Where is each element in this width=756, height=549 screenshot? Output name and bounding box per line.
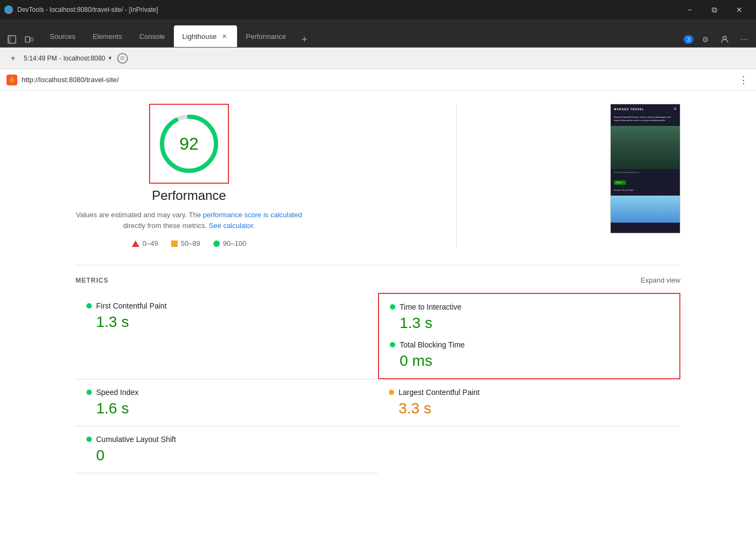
score-title: Performance [152,188,226,203]
main-content: 92 Performance Values are estimated and … [0,91,756,549]
metric-tti-value: 1.3 s [400,314,669,332]
metric-lcp-header: Largest Contentful Paint [389,388,670,397]
legend-good: 90–100 [213,239,246,247]
screenshot-wrapper: MARGES TRAVEL ≡ Discover beautiful Corsi… [610,104,680,233]
metric-tti-header: Time to Interactive [390,303,669,311]
security-icon: 🔒 [6,75,17,85]
metric-tti-dot [390,304,395,310]
timestamp-display: 5:14:49 PM - localhost:8080 ▼ [24,55,113,62]
tab-elements[interactable]: Elements [84,25,131,47]
screenshot-hero-image [611,126,680,169]
screenshot-more-text: Savagna's hills and villages [611,187,680,193]
devtools-inspect-icon[interactable] [4,32,19,47]
metric-fcp-header: First Contentful Paint [86,302,367,310]
metrics-section: METRICS Expand view First Contentful Pai… [76,276,680,473]
tab-performance[interactable]: Performance [237,25,294,47]
svg-rect-3 [31,38,33,41]
window-title: DevTools - localhost:8080/travel-site/ -… [17,6,158,14]
metric-lcp: Largest Contentful Paint 3.3 s [378,379,680,426]
minimize-button[interactable]: − [677,0,702,19]
settings-icon[interactable]: ⚙ [698,32,713,47]
new-tab-button[interactable]: + [6,52,19,65]
title-bar-left: DevTools - localhost:8080/travel-site/ -… [4,5,158,14]
legend-medium: 50–89 [171,239,200,247]
metric-lcp-dot [389,390,394,395]
metric-cls-value: 0 [96,447,367,464]
score-display: 92 Performance Values are estimated and … [76,104,302,247]
metric-fcp-dot [86,303,92,309]
more-options-icon[interactable]: ⋯ [737,32,752,47]
metric-si: Speed Index 1.6 s [76,379,378,426]
metric-tti-name: Time to Interactive [400,303,462,311]
svg-rect-2 [25,37,30,42]
performance-score-link[interactable]: performance score is calculated [203,211,302,219]
metric-cls-dot [86,437,92,442]
score-left: 92 Performance Values are estimated and … [76,104,302,247]
screenshot-bottom-image [611,196,680,223]
close-button[interactable]: ✕ [727,0,752,19]
metric-cls: Cumulative Layout Shift 0 [76,426,378,473]
metric-si-header: Speed Index [86,388,367,397]
metric-lcp-value: 3.3 s [399,400,670,417]
metric-fcp-value: 1.3 s [96,313,367,331]
score-gauge-wrapper: 92 [149,104,229,184]
metric-cls-name: Cumulative Layout Shift [96,435,176,444]
site-screenshot: MARGES TRAVEL ≡ Discover beautiful Corsi… [610,104,680,233]
devtools-device-icon[interactable] [22,32,37,47]
legend-bad: 0–49 [132,239,158,247]
metric-tbt-header: Total Blocking Time [390,340,669,349]
score-description: Values are estimated and may vary. The p… [76,210,302,231]
metrics-header: METRICS Expand view [76,276,680,284]
content-inner: 92 Performance Values are estimated and … [54,91,702,486]
metric-si-name: Speed Index [96,388,139,397]
screenshot-cta-button: Explore → [614,180,626,185]
user-profile-icon[interactable] [717,32,732,47]
block-network-button[interactable]: ⊘ [117,53,128,64]
score-number: 92 [179,134,199,154]
good-icon [213,240,220,247]
address-dropdown-icon[interactable]: ▼ [107,55,113,61]
metric-si-value: 1.6 s [96,400,367,417]
metric-fcp: First Contentful Paint 1.3 s [76,293,378,379]
title-bar-controls: − ⧉ ✕ [677,0,752,19]
metric-tbt-dot [390,342,395,347]
metric-tti: Time to Interactive 1.3 s Total Blocking… [378,293,680,379]
metric-si-dot [86,390,92,395]
expand-view-button[interactable]: Expand view [640,276,680,284]
tab-sources[interactable]: Sources [41,25,84,47]
tab-console[interactable]: Console [131,25,174,47]
metric-cls-header: Cumulative Layout Shift [86,435,367,444]
tab-add-button[interactable]: + [297,32,312,47]
metrics-grid: First Contentful Paint 1.3 s Time to Int… [76,293,680,473]
title-bar: DevTools - localhost:8080/travel-site/ -… [0,0,756,19]
screenshot-text-block: Discover beautiful Corsica, where stunni… [611,113,680,126]
score-legend: 0–49 50–89 90–100 [132,239,246,247]
screenshot-subtitle-text: Our best destination guides for you [614,171,677,173]
tab-bar-right: 3 ⚙ ⋯ [684,32,752,47]
score-gauge: 92 [157,111,221,176]
tab-bar: Sources Elements Console Lighthouse ✕ Pe… [0,19,756,48]
see-calculator-link[interactable]: See calculator. [209,222,255,230]
screenshot-title-text: Discover beautiful Corsica, where stunni… [614,116,677,122]
screenshot-hero [611,126,680,169]
url-display: http://localhost:8080/travel-site/ [22,76,734,84]
score-section: 92 Performance Values are estimated and … [76,104,680,247]
screenshot-brand: MARGES TRAVEL [614,108,644,111]
metric-tbt-value: 0 ms [400,352,669,370]
screenshot-hamburger-icon: ≡ [674,106,677,111]
tab-lighthouse[interactable]: Lighthouse ✕ [174,25,238,47]
screenshot-subtitle-block: Our best destination guides for you [611,169,680,176]
restore-button[interactable]: ⧉ [702,0,727,19]
svg-point-4 [723,36,726,39]
metric-fcp-name: First Contentful Paint [96,302,167,310]
nav-tabs: Sources Elements Console Lighthouse ✕ Pe… [41,25,684,47]
section-divider [76,265,680,265]
address-bar: + 5:14:49 PM - localhost:8080 ▼ ⊘ [0,48,756,69]
medium-icon [171,240,178,247]
metric-tbt-name: Total Blocking Time [400,340,465,349]
notification-badge[interactable]: 3 [684,35,693,44]
tab-close-lighthouse[interactable]: ✕ [220,32,228,41]
bad-icon [132,240,139,247]
svg-rect-1 [8,36,11,43]
url-menu-button[interactable]: ⋮ [739,74,750,86]
